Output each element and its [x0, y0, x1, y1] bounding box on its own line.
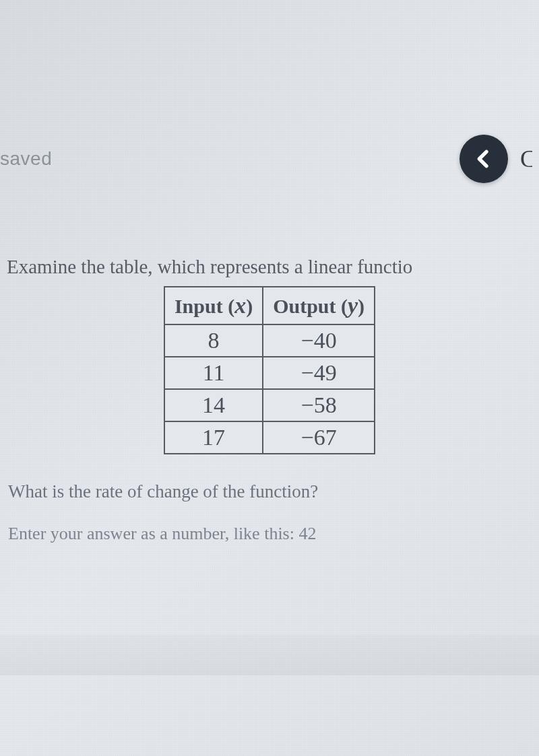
question-content: Examine the table, which represents a li…	[0, 256, 539, 544]
partial-next-text: C	[520, 145, 532, 173]
bottom-shadow	[0, 635, 539, 675]
cell-x: 8	[164, 324, 263, 357]
table-header-input: Input (x)	[164, 287, 263, 324]
save-status-label: saved	[0, 148, 52, 170]
cell-y: −49	[263, 357, 375, 389]
cell-x: 14	[164, 389, 263, 421]
sub-question-text: What is the rate of change of the functi…	[8, 481, 532, 502]
table-row: 11 −49	[164, 357, 375, 389]
table-row: 8 −40	[164, 324, 375, 357]
table-header-output: Output (y)	[263, 287, 375, 324]
back-button[interactable]	[459, 135, 508, 183]
cell-x: 17	[164, 421, 263, 454]
table-row: 17 −67	[164, 421, 375, 454]
function-table: Input (x) Output (y) 8 −40 11 −49 14 −58…	[164, 286, 375, 454]
chevron-left-icon	[473, 148, 495, 170]
cell-x: 11	[164, 357, 263, 389]
table-row: 14 −58	[164, 389, 375, 421]
cell-y: −40	[263, 324, 375, 357]
top-bar: saved C	[0, 135, 539, 183]
answer-instruction: Enter your answer as a number, like this…	[8, 524, 532, 544]
nav-area: C	[459, 135, 520, 183]
cell-y: −67	[263, 421, 375, 454]
cell-y: −58	[263, 389, 375, 421]
question-prompt: Examine the table, which represents a li…	[7, 256, 532, 278]
